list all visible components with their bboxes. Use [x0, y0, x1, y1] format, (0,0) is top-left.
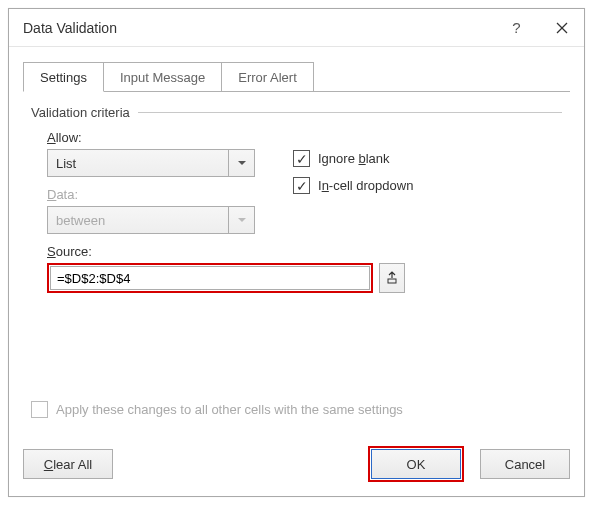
data-select: between [47, 206, 255, 234]
ok-button[interactable]: OK [371, 449, 461, 479]
apply-to-all-label: Apply these changes to all other cells w… [56, 402, 403, 417]
ok-highlight: OK [368, 446, 464, 482]
checkbox-box [31, 401, 48, 418]
fieldset-header: Validation criteria [31, 105, 562, 120]
range-picker-icon [385, 271, 399, 285]
divider [138, 112, 562, 113]
checkbox-box: ✓ [293, 150, 310, 167]
range-picker-button[interactable] [379, 263, 405, 293]
data-label: Data: [47, 187, 269, 202]
validation-criteria-label: Validation criteria [31, 105, 130, 120]
settings-panel: Validation criteria Allow: List Data: be… [23, 91, 570, 401]
tab-settings[interactable]: Settings [23, 62, 104, 92]
allow-select[interactable]: List [47, 149, 255, 177]
clear-all-button[interactable]: Clear All [23, 449, 113, 479]
data-validation-dialog: Data Validation ? Settings Input Message… [8, 8, 585, 497]
data-value: between [56, 213, 228, 228]
tab-underline [313, 91, 570, 92]
help-icon: ? [512, 19, 520, 36]
svg-rect-2 [388, 279, 396, 283]
source-label: Source: [47, 244, 562, 259]
source-input[interactable] [50, 266, 370, 290]
ignore-blank-checkbox[interactable]: ✓ Ignore blank [293, 150, 413, 167]
source-highlight [47, 263, 373, 293]
window-title: Data Validation [23, 20, 494, 36]
titlebar: Data Validation ? [9, 9, 584, 47]
tab-input-message[interactable]: Input Message [103, 62, 222, 92]
dialog-footer: Clear All OK Cancel [9, 446, 584, 496]
close-button[interactable] [539, 9, 584, 47]
close-icon [556, 22, 568, 34]
dialog-body: Settings Input Message Error Alert Valid… [9, 47, 584, 446]
cancel-button[interactable]: Cancel [480, 449, 570, 479]
apply-to-all-checkbox: Apply these changes to all other cells w… [23, 401, 570, 432]
tab-bar: Settings Input Message Error Alert [23, 61, 570, 91]
help-button[interactable]: ? [494, 9, 539, 47]
tab-error-alert[interactable]: Error Alert [221, 62, 314, 92]
ignore-blank-label: Ignore blank [318, 151, 390, 166]
allow-label: Allow: [47, 130, 269, 145]
chevron-down-icon [228, 207, 254, 233]
incell-dropdown-checkbox[interactable]: ✓ In-cell dropdown [293, 177, 413, 194]
criteria-area: Allow: List Data: between ✓ [31, 130, 562, 293]
allow-value: List [56, 156, 228, 171]
checkbox-box: ✓ [293, 177, 310, 194]
chevron-down-icon [228, 150, 254, 176]
incell-dropdown-label: In-cell dropdown [318, 178, 413, 193]
